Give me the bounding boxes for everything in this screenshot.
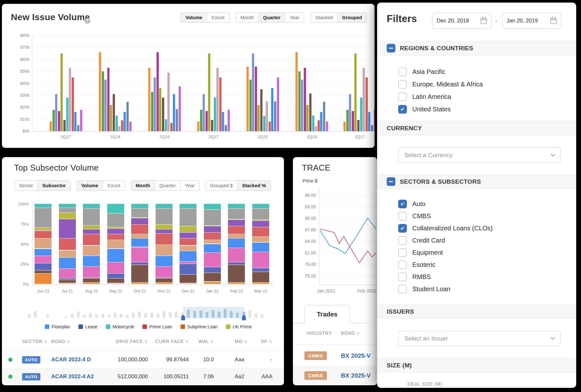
grouped-bar <box>80 110 82 131</box>
grouped-bar <box>269 122 271 131</box>
checkbox-label: Esoteric <box>412 261 435 268</box>
sector-option-rmbs[interactable]: RMBS <box>398 272 431 282</box>
bond-link[interactable]: BX 2025-V <box>341 372 371 379</box>
column-header-sector[interactable]: SECTOR⇅ <box>22 339 47 344</box>
date-to-input[interactable]: Jan 20, 2019 <box>502 13 561 29</box>
industry-badge: CMBS <box>304 353 327 359</box>
sort-icon[interactable]: ⇅ <box>356 331 360 336</box>
grouped-bar <box>357 120 359 132</box>
table-row[interactable]: AUTOACAR 2022-4 D100,000,00099.8764410.0… <box>2 351 284 368</box>
column-header-sp[interactable]: SP⇅ <box>261 339 272 344</box>
checkbox-unchecked[interactable] <box>398 212 407 220</box>
checkbox-label: Student Loan <box>412 285 450 293</box>
sort-icon[interactable]: ⇅ <box>269 340 272 344</box>
sort-icon[interactable]: ⇅ <box>67 340 70 344</box>
grouped-bar <box>55 94 57 131</box>
sector-option-credit-card[interactable]: Credit Card <box>398 236 445 245</box>
grouped-bar <box>216 68 219 131</box>
sort-icon[interactable]: ⇅ <box>185 340 189 344</box>
region-option-asia-pacific[interactable]: Asia Pacific <box>398 67 445 76</box>
checkbox-checked[interactable]: ✔ <box>398 105 407 114</box>
sector-option-student-loan[interactable]: Student Loan <box>398 284 450 294</box>
currency-select[interactable]: Select a Currency <box>398 148 561 163</box>
table-row[interactable]: CMBSBX 2025-V <box>293 346 377 366</box>
checkbox-unchecked[interactable] <box>398 236 407 245</box>
checkbox-unchecked[interactable] <box>398 248 407 257</box>
region-option-europe-mideast-africa[interactable]: Europe, Mideast & Africa <box>398 79 483 89</box>
bond-link[interactable]: BX 2025-V <box>341 352 371 359</box>
grouped-bar <box>263 116 265 131</box>
checkbox-unchecked[interactable] <box>398 92 407 101</box>
new-issue-chart: $80b$70b$60b$50b$40b$30b$20b$10b$0b2Q172… <box>2 4 375 148</box>
checkbox-unchecked[interactable] <box>398 285 407 293</box>
grouped-bar <box>200 110 202 131</box>
grouped-bar <box>197 122 199 131</box>
region-option-united-states[interactable]: ✔United States <box>398 104 451 114</box>
bond-link[interactable]: ACAR 2022-4 A2 <box>51 373 94 380</box>
checkbox-label: CMBS <box>412 212 431 220</box>
checkbox-unchecked[interactable] <box>398 80 407 89</box>
bond-link[interactable]: ACAR 2022-4 D <box>51 356 91 363</box>
column-header-industry[interactable]: INDUSTRY <box>307 331 332 336</box>
grouped-bar <box>74 112 77 131</box>
sector-option-collateralized-loans-clos-[interactable]: ✔Collateralized Loans (CLOs) <box>398 223 493 233</box>
sort-icon[interactable]: ⇅ <box>244 340 247 344</box>
calendar-icon[interactable] <box>550 18 557 24</box>
regions-header: REGIONS & COUNTRIES <box>400 45 473 52</box>
x-axis-tick: 2Q20 <box>250 134 276 139</box>
grouped-bar <box>271 88 273 131</box>
checkbox-unchecked[interactable] <box>398 260 407 269</box>
table-row[interactable]: CMBSBX 2025-V <box>293 366 377 385</box>
sector-option-esoteric[interactable]: Esoteric <box>398 260 435 269</box>
issuer-placeholder: Select an Issuer <box>404 335 448 342</box>
collapse-minus-icon[interactable] <box>387 177 395 186</box>
checkbox-label: Equipment <box>412 249 443 256</box>
checkbox-checked[interactable]: ✔ <box>398 200 407 208</box>
y-axis-tick: $50b <box>4 69 29 74</box>
sort-icon[interactable]: ⇅ <box>210 340 214 344</box>
status-dot <box>8 374 12 379</box>
mo-rating-value: Aa2 <box>235 373 244 380</box>
column-header-orig-face[interactable]: ORIG FACE⇅ <box>116 339 148 344</box>
region-option-latin-america[interactable]: Latin America <box>398 92 451 101</box>
column-header-mo[interactable]: MO⇅ <box>235 339 247 344</box>
column-header-curr-face[interactable]: CURR FACE⇅ <box>155 339 189 344</box>
panel-new-issue-volume: New Issue Volume ? VolumeCountMonthQuart… <box>2 4 375 148</box>
y-axis-tick: $70b <box>4 45 29 50</box>
gridline <box>32 107 371 108</box>
grouped-bar <box>304 68 306 131</box>
collapse-minus-icon[interactable] <box>387 44 395 52</box>
date-from-input[interactable]: Dec 20, 2018 <box>432 13 491 29</box>
bond-table: SECTOR⇅BOND⇅ORIG FACE⇅CURR FACE⇅WAL⇅MO⇅S… <box>2 157 284 385</box>
grouped-bar <box>222 112 224 131</box>
checkbox-unchecked[interactable] <box>398 273 407 281</box>
checkbox-unchecked[interactable] <box>398 68 407 76</box>
tab-trades[interactable]: Trades <box>304 305 350 323</box>
grouped-bar <box>360 98 362 131</box>
grouped-bar <box>318 120 320 131</box>
checkbox-label: United States <box>412 106 451 113</box>
checkbox-checked[interactable]: ✔ <box>398 224 407 233</box>
checkbox-label: Auto <box>412 200 425 208</box>
column-header-wal[interactable]: WAL⇅ <box>198 339 214 344</box>
table-row[interactable]: AUTOACAR 2022-4 A2512,000,000100.052117.… <box>2 368 284 385</box>
sort-icon[interactable]: ⇅ <box>44 340 47 344</box>
column-header-bond[interactable]: BOND⇅ <box>341 331 360 336</box>
grouped-bar <box>260 89 262 131</box>
sector-option-auto[interactable]: ✔Auto <box>398 199 425 209</box>
sector-option-equipment[interactable]: Equipment <box>398 248 443 257</box>
x-axis-tick: 2Q18 <box>299 134 325 139</box>
grouped-bar <box>320 112 322 131</box>
sort-icon[interactable]: ⇅ <box>144 340 148 344</box>
x-axis-tick: 2Q19 <box>152 134 177 139</box>
grouped-bar <box>211 120 213 132</box>
calendar-icon[interactable] <box>480 18 487 24</box>
column-header-bond[interactable]: BOND⇅ <box>51 339 70 344</box>
grouped-bar <box>121 120 123 131</box>
grouped-bar <box>116 116 118 131</box>
issuer-select[interactable]: Select an Issuer <box>398 331 561 346</box>
grouped-bar <box>366 77 368 131</box>
filters-title: Filters <box>387 13 417 25</box>
orig-face-value: 512,000,000 <box>117 373 148 380</box>
sector-option-cmbs[interactable]: CMBS <box>398 211 431 221</box>
